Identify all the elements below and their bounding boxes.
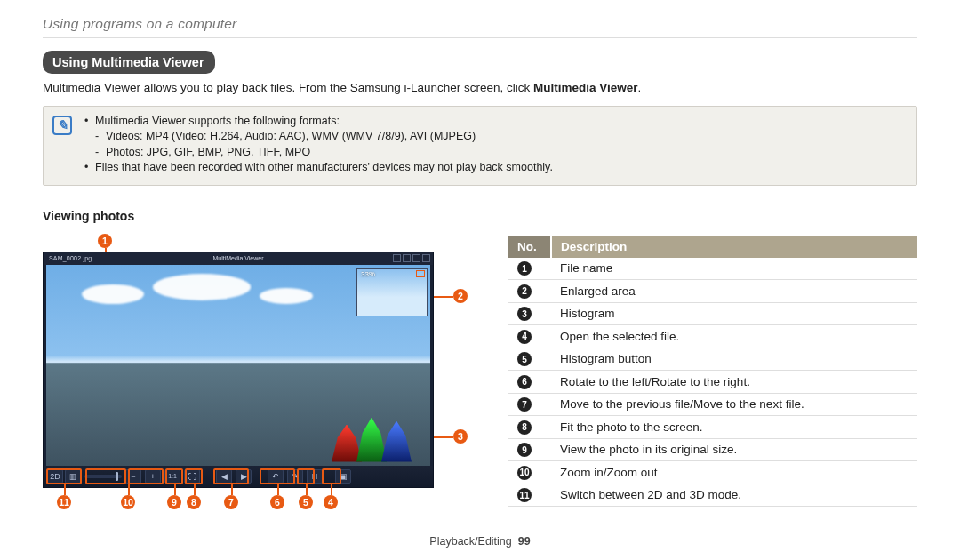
reference-table-wrap: No. Description 1File name 2Enlarged are… xyxy=(508,236,917,508)
zoom-in-button[interactable]: + xyxy=(145,469,161,484)
row-desc: Move to the previous file/Move to the ne… xyxy=(551,393,917,416)
histogram-button[interactable]: H xyxy=(307,469,323,484)
row-desc: Enlarged area xyxy=(551,280,917,303)
table-row: 10Zoom in/Zoom out xyxy=(508,461,917,484)
lead-text: Multimedia Viewer allows you to play bac… xyxy=(43,79,917,97)
row-num: 10 xyxy=(517,466,532,480)
section-pill: Using Multimedia Viewer xyxy=(43,51,215,74)
note-box: ✎ Multimedia Viewer supports the followi… xyxy=(43,106,917,186)
table-row: 4Open the selected file. xyxy=(508,325,917,348)
multimedia-viewer-window: SAM_0002.jpg MultiMedia Viewer 33% xyxy=(43,252,434,488)
callout-1: 1 xyxy=(98,234,112,248)
lead-bold: Multimedia Viewer xyxy=(533,81,638,94)
titlebar: SAM_0002.jpg MultiMedia Viewer xyxy=(44,252,433,265)
row-desc: Fit the photo to the screen. xyxy=(551,416,917,439)
rotate-right-button[interactable]: ↷ xyxy=(287,469,303,484)
window-controls xyxy=(393,254,430,262)
subhead-viewing-photos: Viewing photos xyxy=(43,209,917,223)
table-row: 7Move to the previous file/Move to the n… xyxy=(508,393,917,416)
original-size-button[interactable]: 1:1 xyxy=(164,469,180,484)
footer: Playback/Editing 99 xyxy=(0,535,960,548)
table-row: 3Histogram xyxy=(508,302,917,325)
zoom-percent: 33% xyxy=(361,270,375,278)
row-desc: View the photo in its original size. xyxy=(551,438,917,461)
callout-9: 9 xyxy=(167,495,181,509)
row-num: 4 xyxy=(517,330,532,344)
callout-6: 6 xyxy=(270,495,284,509)
histogram-blue xyxy=(381,421,412,462)
callout-4: 4 xyxy=(324,495,338,509)
note-line-1a: Videos: MP4 (Video: H.264, Audio: AAC), … xyxy=(95,129,553,145)
mode-2d-button[interactable]: 2D xyxy=(47,469,63,484)
histogram-green xyxy=(356,418,387,462)
prev-file-button[interactable]: ◀ xyxy=(216,469,232,484)
row-num: 1 xyxy=(517,261,532,276)
titlebar-title: MultiMedia Viewer xyxy=(212,255,263,261)
mode-3d-button[interactable]: ▥ xyxy=(65,469,81,484)
row-num: 2 xyxy=(517,284,532,299)
row-desc: Zoom in/Zoom out xyxy=(551,461,917,484)
thumb-zoom-box xyxy=(416,270,425,277)
row-desc: Histogram button xyxy=(551,348,917,371)
row-desc: File name xyxy=(551,258,917,280)
open-file-button[interactable]: ▣ xyxy=(335,469,351,484)
table-row: 1File name xyxy=(508,258,917,280)
callout-11: 11 xyxy=(57,495,71,509)
callout-2: 2 xyxy=(453,289,468,303)
lead-post: . xyxy=(638,81,642,94)
breadcrumb: Using programs on a computer xyxy=(0,0,960,36)
row-num: 5 xyxy=(517,352,532,366)
th-no: No. xyxy=(508,236,551,258)
note-line-1b: Photos: JPG, GIF, BMP, PNG, TIFF, MPO xyxy=(95,145,553,161)
th-desc: Description xyxy=(551,236,917,258)
titlebar-filename: SAM_0002.jpg xyxy=(49,255,92,261)
reference-table: No. Description 1File name 2Enlarged are… xyxy=(508,236,917,508)
histogram-red xyxy=(332,425,362,462)
row-desc: Open the selected file. xyxy=(551,325,917,348)
callout-3: 3 xyxy=(453,429,468,444)
table-row: 9View the photo in its original size. xyxy=(508,438,917,461)
row-num: 8 xyxy=(517,420,532,435)
mode-group: 2D ▥ xyxy=(47,469,81,484)
enlarged-area-thumb: 33% xyxy=(356,268,428,316)
callout-line-3 xyxy=(434,436,453,438)
table-row: 11Switch between 2D and 3D mode. xyxy=(508,484,917,507)
next-file-button[interactable]: ▶ xyxy=(236,469,252,484)
zoom-out-button[interactable]: − xyxy=(125,469,141,484)
callout-5: 5 xyxy=(299,495,313,509)
histogram-overlay xyxy=(337,416,424,462)
zoom-slider[interactable] xyxy=(84,475,122,478)
callout-7: 7 xyxy=(224,495,238,509)
screenshot-area: 1 2 3 SAM_0002.jpg MultiMedia Viewer xyxy=(43,236,452,513)
footer-page: 99 xyxy=(518,535,531,548)
table-row: 6Rotate to the left/Rotate to the right. xyxy=(508,371,917,394)
row-num: 7 xyxy=(517,397,532,412)
table-row: 8Fit the photo to the screen. xyxy=(508,416,917,439)
note-icon: ✎ xyxy=(52,116,72,135)
note-line-1: Multimedia Viewer supports the following… xyxy=(84,114,553,130)
row-desc: Histogram xyxy=(551,302,917,325)
row-num: 9 xyxy=(517,443,532,457)
footer-section: Playback/Editing xyxy=(429,535,511,548)
row-desc: Switch between 2D and 3D mode. xyxy=(551,484,917,507)
lead-pre: Multimedia Viewer allows you to play bac… xyxy=(43,81,533,94)
header-rule xyxy=(43,37,917,38)
rotate-left-button[interactable]: ↶ xyxy=(268,469,284,484)
callout-8: 8 xyxy=(187,495,201,509)
table-row: 5Histogram button xyxy=(508,348,917,371)
note-line-2: Files that have been recorded with other… xyxy=(84,160,553,176)
note-body: Multimedia Viewer supports the following… xyxy=(84,114,553,176)
table-row: 2Enlarged area xyxy=(508,280,917,303)
callout-line-2 xyxy=(434,296,453,298)
viewer-toolbar: 2D ▥ − + 1:1 ⛶ ◀ ▶ ↶ ↷ H ▣ xyxy=(44,466,433,487)
callout-10: 10 xyxy=(121,495,135,509)
fit-screen-button[interactable]: ⛶ xyxy=(184,469,200,484)
row-num: 3 xyxy=(517,307,532,321)
row-num: 11 xyxy=(517,488,532,502)
row-num: 6 xyxy=(517,375,532,389)
row-desc: Rotate to the left/Rotate to the right. xyxy=(551,371,917,394)
